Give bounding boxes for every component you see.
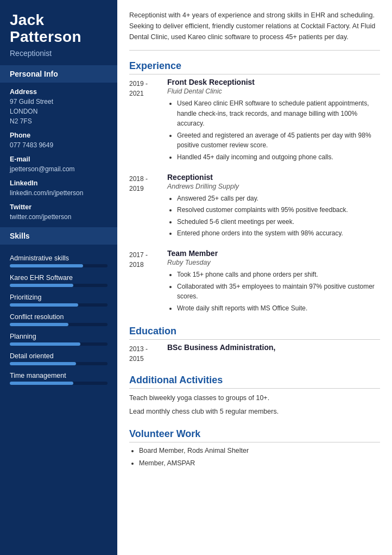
- bullet-item: Used Kareo clinic EHR software to schedu…: [177, 98, 380, 129]
- edu-details: BSc Business Administration,: [167, 343, 380, 364]
- bullet-item: Took 15+ phone calls and phone orders pe…: [177, 270, 380, 280]
- volunteer-heading: Volunteer Work: [129, 428, 380, 442]
- experience-row: 2018 -2019 Receptionist Andrews Drilling…: [129, 173, 380, 240]
- bullet-item: Answered 25+ calls per day.: [177, 194, 380, 204]
- skill-name: Planning: [10, 333, 108, 340]
- skill-item: Conflict resolution: [10, 313, 108, 326]
- skill-item: Administrative skills: [10, 254, 108, 267]
- exp-date: 2018 -2019: [129, 173, 167, 240]
- bullet-item: Handled 45+ daily incoming and outgoing …: [177, 152, 380, 163]
- skill-item: Prioritizing: [10, 294, 108, 307]
- sidebar-header: Jack Patterson Receptionist: [0, 0, 117, 65]
- linkedin-value: linkedin.com/in/jpetterson: [10, 188, 108, 198]
- volunteer-list: Board Member, Rods Animal ShelterMember,…: [129, 446, 380, 469]
- skill-item: Kareo EHR Software: [10, 274, 108, 287]
- skill-name: Administrative skills: [10, 254, 108, 262]
- skill-bar-background: [10, 284, 108, 287]
- skill-bar-background: [10, 264, 108, 267]
- email-value: jpetterson@gmail.com: [10, 164, 108, 174]
- exp-company: Andrews Drilling Supply: [167, 183, 380, 190]
- exp-bullets: Took 15+ phone calls and phone orders pe…: [167, 270, 380, 313]
- exp-company: Fluid Dental Clinic: [167, 88, 380, 95]
- education-heading: Education: [129, 326, 380, 340]
- bullet-item: Resolved customer complaints with 95% po…: [177, 205, 380, 215]
- skill-name: Prioritizing: [10, 294, 108, 301]
- exp-date: 2017 -2018: [129, 249, 167, 315]
- address-group: Address 97 Guild Street LONDON N2 7FS: [10, 88, 108, 126]
- skill-bar-fill: [10, 342, 80, 346]
- skill-bar-background: [10, 382, 108, 385]
- skill-name: Conflict resolution: [10, 313, 108, 321]
- bullet-item: Collaborated with 35+ employees to maint…: [177, 282, 380, 302]
- activity-item: Teach biweekly yoga classes to groups of…: [129, 392, 380, 404]
- skills-heading: Skills: [0, 227, 117, 245]
- bullet-item: Entered phone orders into the system wit…: [177, 228, 380, 239]
- phone-group: Phone 077 7483 9649: [10, 132, 108, 150]
- address-label: Address: [10, 88, 108, 96]
- edu-degree: BSc Business Administration,: [167, 343, 380, 352]
- twitter-group: Twitter twitter.com/jpetterson: [10, 203, 108, 222]
- skills-content: Administrative skills Kareo EHR Software…: [0, 249, 117, 385]
- volunteer-section: Volunteer Work Board Member, Rods Animal…: [129, 428, 380, 469]
- skill-item: Planning: [10, 333, 108, 346]
- linkedin-label: LinkedIn: [10, 179, 108, 187]
- candidate-name: Jack Patterson: [10, 12, 108, 46]
- exp-date: 2019 -2021: [129, 78, 167, 164]
- exp-job-title: Receptionist: [167, 173, 380, 182]
- linkedin-group: LinkedIn linkedin.com/in/jpetterson: [10, 179, 108, 198]
- page-layout: Jack Patterson Receptionist Personal Inf…: [0, 0, 392, 555]
- experience-heading: Experience: [129, 60, 380, 74]
- personal-info-heading: Personal Info: [0, 65, 117, 83]
- edu-date: 2013 -2015: [129, 343, 167, 364]
- skill-bar-fill: [10, 382, 73, 385]
- skill-bar-fill: [10, 284, 73, 287]
- skill-item: Detail oriented: [10, 352, 108, 365]
- volunteer-item: Board Member, Rods Animal Shelter: [139, 446, 380, 456]
- phone-label: Phone: [10, 132, 108, 139]
- skill-bar-background: [10, 362, 108, 365]
- exp-details: Receptionist Andrews Drilling Supply Ans…: [167, 173, 380, 240]
- exp-bullets: Used Kareo clinic EHR software to schedu…: [167, 98, 380, 163]
- phone-value: 077 7483 9649: [10, 140, 108, 150]
- education-section: Education 2013 -2015 BSc Business Admini…: [129, 326, 380, 364]
- exp-details: Front Desk Receptionist Fluid Dental Cli…: [167, 78, 380, 164]
- exp-details: Team Member Ruby Tuesday Took 15+ phone …: [167, 249, 380, 315]
- experience-list: 2019 -2021 Front Desk Receptionist Fluid…: [129, 78, 380, 315]
- candidate-title: Receptionist: [10, 49, 108, 58]
- bullet-item: Greeted and registered an average of 45 …: [177, 130, 380, 151]
- skill-bar-fill: [10, 323, 68, 326]
- twitter-label: Twitter: [10, 203, 108, 211]
- experience-row: 2019 -2021 Front Desk Receptionist Fluid…: [129, 78, 380, 164]
- skill-bar-background: [10, 303, 108, 307]
- exp-job-title: Front Desk Receptionist: [167, 78, 380, 86]
- activities-heading: Additional Activities: [129, 375, 380, 389]
- bullet-item: Scheduled 5-6 client meetings per week.: [177, 217, 380, 227]
- skill-bar-background: [10, 342, 108, 346]
- skill-bar-fill: [10, 264, 83, 267]
- skill-bar-fill: [10, 303, 78, 307]
- email-label: E-mail: [10, 155, 108, 163]
- address-line3: N2 7FS: [10, 116, 108, 126]
- education-list: 2013 -2015 BSc Business Administration,: [129, 343, 380, 364]
- experience-section: Experience 2019 -2021 Front Desk Recepti…: [129, 60, 380, 315]
- skill-name: Detail oriented: [10, 352, 108, 360]
- skill-bar-fill: [10, 362, 76, 365]
- address-line1: 97 Guild Street: [10, 97, 108, 107]
- email-group: E-mail jpetterson@gmail.com: [10, 155, 108, 174]
- address-line2: LONDON: [10, 107, 108, 116]
- sidebar: Jack Patterson Receptionist Personal Inf…: [0, 0, 117, 555]
- activity-item: Lead monthly chess club with 5 regular m…: [129, 406, 380, 418]
- exp-company: Ruby Tuesday: [167, 259, 380, 266]
- volunteer-item: Member, AMSPAR: [139, 458, 380, 469]
- skill-item: Time management: [10, 372, 108, 385]
- personal-info-content: Address 97 Guild Street LONDON N2 7FS Ph…: [0, 83, 117, 222]
- main-content: Receptionist with 4+ years of experience…: [117, 0, 392, 555]
- skill-name: Kareo EHR Software: [10, 274, 108, 282]
- skill-name: Time management: [10, 372, 108, 379]
- activities-list: Teach biweekly yoga classes to groups of…: [129, 392, 380, 417]
- experience-row: 2017 -2018 Team Member Ruby Tuesday Took…: [129, 249, 380, 315]
- exp-job-title: Team Member: [167, 249, 380, 258]
- skill-bar-background: [10, 323, 108, 326]
- activities-section: Additional Activities Teach biweekly yog…: [129, 375, 380, 417]
- education-row: 2013 -2015 BSc Business Administration,: [129, 343, 380, 364]
